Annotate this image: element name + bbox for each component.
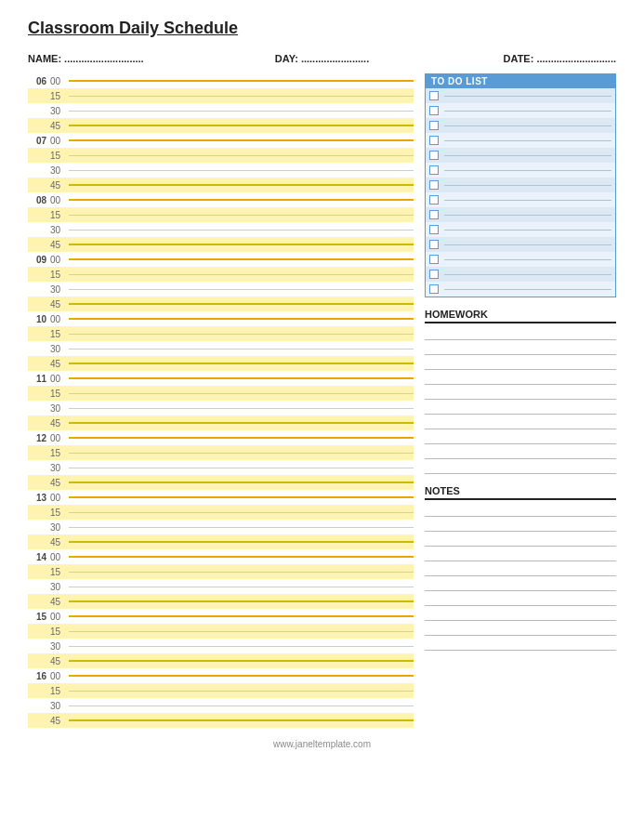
schedule-line (69, 363, 414, 364)
hour-label: 16 (28, 671, 50, 681)
todo-item[interactable] (426, 118, 615, 133)
schedule-row: 30 (28, 401, 414, 416)
date-label: DATE: ............................ (420, 53, 616, 64)
todo-line (444, 111, 611, 112)
schedule-row: 45 (28, 594, 414, 609)
day-label: DAY: ........................ (224, 53, 420, 64)
min-label: 00 (50, 433, 69, 443)
min-label: 45 (50, 716, 69, 726)
todo-checkbox[interactable] (429, 210, 439, 219)
schedule-row: 45 (28, 534, 414, 549)
notes-line (425, 591, 616, 606)
todo-item[interactable] (426, 252, 615, 267)
todo-checkbox[interactable] (429, 284, 439, 294)
schedule-row: 30 (28, 579, 414, 594)
todo-checkbox[interactable] (429, 91, 439, 100)
hour-label: 15 (28, 612, 50, 622)
homework-line (425, 429, 616, 444)
min-label: 45 (50, 180, 69, 191)
todo-checkbox[interactable] (429, 151, 439, 160)
todo-line (444, 289, 611, 290)
schedule-row: 30 (28, 639, 414, 653)
todo-item[interactable] (426, 237, 615, 252)
todo-item[interactable] (426, 222, 615, 237)
todo-section: TO DO LIST (425, 73, 616, 297)
schedule-line (69, 80, 414, 82)
schedule-line (69, 199, 414, 201)
schedule-row: 45 (28, 118, 414, 133)
homework-line (425, 385, 616, 400)
todo-checkbox[interactable] (429, 165, 439, 175)
schedule-row: 15 (28, 505, 414, 520)
min-label: 00 (50, 552, 69, 562)
todo-item[interactable] (426, 163, 615, 178)
schedule-row: 45 (28, 237, 414, 252)
notes-line (425, 547, 616, 561)
min-label: 15 (50, 270, 69, 280)
schedule-row: 15 (28, 148, 414, 163)
hour-label: 14 (28, 552, 50, 562)
todo-item[interactable] (426, 133, 615, 148)
hour-label: 10 (28, 314, 50, 324)
name-label: NAME: ............................ (28, 53, 224, 64)
homework-line (425, 325, 616, 340)
schedule-line (69, 215, 414, 216)
schedule-row: 1000 (28, 311, 414, 326)
schedule-line (69, 646, 414, 647)
todo-line (444, 230, 611, 231)
schedule-row: 30 (28, 222, 414, 237)
schedule-line (69, 706, 414, 706)
todo-checkbox[interactable] (429, 136, 439, 145)
todo-line (444, 96, 611, 97)
todo-checkbox[interactable] (429, 225, 439, 234)
todo-checkbox[interactable] (429, 270, 439, 279)
min-label: 15 (50, 567, 69, 577)
schedule-row: 30 (28, 163, 414, 178)
todo-item[interactable] (426, 178, 615, 192)
schedule-row: 15 (28, 326, 414, 341)
notes-section: NOTES (425, 485, 616, 651)
hour-label: 12 (28, 433, 50, 443)
schedule-line (69, 468, 414, 468)
schedule-line (69, 587, 414, 587)
todo-item[interactable] (426, 267, 615, 282)
schedule-row: 0900 (28, 252, 414, 267)
todo-item[interactable] (426, 282, 615, 297)
min-label: 30 (50, 344, 69, 354)
min-label: 30 (50, 284, 69, 295)
todo-checkbox[interactable] (429, 255, 439, 264)
todo-checkbox[interactable] (429, 240, 439, 249)
notes-line (425, 636, 616, 651)
todo-checkbox[interactable] (429, 180, 439, 190)
todo-line (444, 125, 611, 126)
todo-checkbox[interactable] (429, 121, 439, 130)
min-label: 00 (50, 612, 69, 622)
todo-item[interactable] (426, 207, 615, 222)
todo-checkbox[interactable] (429, 195, 439, 204)
todo-item[interactable] (426, 192, 615, 207)
notes-line (425, 502, 616, 517)
schedule-row: 1600 (28, 668, 414, 683)
min-label: 00 (50, 136, 69, 146)
notes-line (425, 561, 616, 576)
schedule-row: 45 (28, 713, 414, 728)
min-label: 45 (50, 597, 69, 607)
schedule-row: 45 (28, 475, 414, 490)
todo-checkbox[interactable] (429, 106, 439, 115)
schedule-row: 1500 (28, 609, 414, 624)
todo-line (444, 259, 611, 260)
schedule-line (69, 572, 414, 573)
schedule-line (69, 600, 414, 602)
todo-header: TO DO LIST (426, 74, 615, 88)
notes-line (425, 532, 616, 547)
todo-item[interactable] (426, 103, 615, 118)
todo-item[interactable] (426, 88, 615, 103)
schedule-row: 30 (28, 520, 414, 534)
min-label: 15 (50, 151, 69, 161)
homework-line (425, 444, 616, 459)
todo-item[interactable] (426, 148, 615, 163)
min-label: 30 (50, 641, 69, 652)
todo-line (444, 200, 611, 201)
schedule-line (69, 125, 414, 126)
schedule-line (69, 170, 414, 171)
